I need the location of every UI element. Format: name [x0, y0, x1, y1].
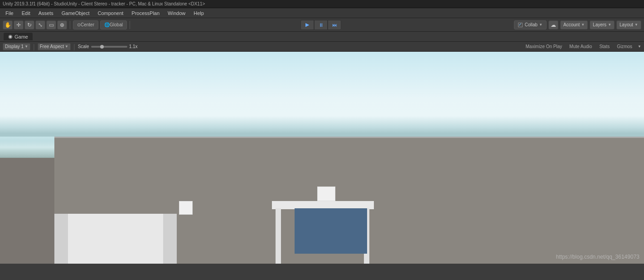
layout-label: Layout	[620, 22, 633, 27]
separator-1	[70, 21, 70, 29]
layers-button[interactable]: Layers ▼	[590, 20, 615, 29]
global-icon: 🌐	[104, 22, 110, 27]
scale-value: 1.1x	[129, 44, 138, 49]
multi-tool-btn[interactable]: ⊕	[57, 20, 67, 29]
collab-label: Collab	[525, 22, 537, 27]
mute-audio-btn[interactable]: Mute Audio	[567, 44, 594, 49]
building-1	[54, 214, 172, 264]
menu-edit[interactable]: Edit	[18, 10, 34, 17]
account-button[interactable]: Account ▼	[560, 20, 588, 29]
game-tab[interactable]: ◉ Game	[4, 33, 33, 40]
global-label: Global	[110, 22, 123, 27]
separator-aspect: |	[73, 43, 75, 50]
game-panel-header: ◉ Game	[0, 32, 644, 42]
center-label: Center	[81, 22, 94, 27]
separator-2	[130, 21, 130, 29]
pause-button[interactable]: ⏸	[314, 20, 328, 30]
pause-icon: ⏸	[319, 22, 324, 28]
scale-slider[interactable]	[91, 46, 127, 48]
display-label: Display 1	[5, 44, 24, 49]
scale-area: Scale 1.1x	[78, 44, 138, 49]
gizmos-btn[interactable]: Gizmos	[615, 44, 634, 49]
aspect-label: Free Aspect	[40, 44, 64, 49]
move-tool-btn[interactable]: ✛	[14, 20, 24, 29]
gizmos-chevron-icon: ▼	[638, 44, 641, 49]
center-icon: ⊙	[77, 22, 81, 27]
rect-tool-btn[interactable]: ▭	[46, 20, 56, 29]
cloud-button[interactable]: ☁	[548, 20, 558, 29]
box-on-table	[317, 187, 335, 201]
toolbar: ✋ ✛ ↻ ⤡ ▭ ⊕ ⊙ Center 🌐 Global ▶ ⏸ ⏭ Coll…	[0, 18, 644, 32]
step-button[interactable]: ⏭	[328, 20, 341, 30]
aspect-chevron-icon: ▼	[65, 44, 68, 49]
display-select[interactable]: Display 1 ▼	[3, 43, 30, 50]
play-controls: ▶ ⏸ ⏭	[300, 20, 341, 30]
title-text: Unity 2019.3.1f1 (64bit) - StudioUnity -…	[3, 1, 205, 6]
building-1-base-left	[54, 214, 68, 264]
table-leg-left	[276, 208, 281, 264]
menu-assets[interactable]: Assets	[35, 10, 57, 17]
game-tab-label: Game	[15, 34, 28, 39]
layers-label: Layers	[593, 22, 606, 27]
stats-btn[interactable]: Stats	[597, 44, 611, 49]
menu-component[interactable]: Component	[94, 10, 127, 17]
blue-panel	[295, 208, 367, 254]
menu-processplan[interactable]: ProcessPlan	[128, 10, 163, 17]
small-box-1	[179, 201, 193, 215]
menu-window[interactable]: Window	[164, 10, 189, 17]
step-icon: ⏭	[332, 22, 337, 28]
account-chevron-icon: ▼	[581, 23, 585, 27]
display-chevron-icon: ▼	[24, 44, 28, 49]
collab-chevron-icon: ▼	[539, 23, 542, 27]
aspect-select[interactable]: Free Aspect ▼	[38, 43, 71, 50]
game-tab-icon: ◉	[8, 34, 13, 39]
toolbar-right: Collab ▼ ☁ Account ▼ Layers ▼ Layout ▼	[514, 20, 641, 29]
layout-button[interactable]: Layout ▼	[616, 20, 641, 29]
play-button[interactable]: ▶	[300, 20, 314, 30]
game-toolbar: Display 1 ▼ | Free Aspect ▼ | Scale 1.1x…	[0, 42, 644, 52]
layout-chevron-icon: ▼	[634, 23, 638, 27]
collab-checkbox	[518, 23, 523, 27]
global-toggle[interactable]: 🌐 Global	[100, 20, 127, 29]
collab-button[interactable]: Collab ▼	[514, 20, 547, 29]
menu-bar: File Edit Assets GameObject Component Pr…	[0, 8, 644, 18]
title-bar: Unity 2019.3.1f1 (64bit) - StudioUnity -…	[0, 0, 644, 8]
game-toolbar-right: Maximize On Play Mute Audio Stats Gizmos…	[524, 44, 641, 49]
play-icon: ▶	[305, 22, 309, 28]
building-1-base-right	[163, 214, 177, 264]
account-label: Account	[563, 22, 580, 27]
menu-help[interactable]: Help	[190, 10, 208, 17]
layers-chevron-icon: ▼	[608, 23, 611, 27]
hand-tool-btn[interactable]: ✋	[3, 20, 13, 29]
scale-tool-btn[interactable]: ⤡	[35, 20, 45, 29]
center-toggle[interactable]: ⊙ Center	[73, 20, 98, 29]
menu-gameobject[interactable]: GameObject	[58, 10, 93, 17]
separator-display: |	[33, 43, 35, 50]
scale-slider-thumb	[100, 45, 104, 49]
rotate-tool-btn[interactable]: ↻	[24, 20, 34, 29]
scale-label: Scale	[78, 44, 89, 49]
maximize-on-play-btn[interactable]: Maximize On Play	[524, 44, 564, 49]
game-viewport: https://blog.csdn.net/qq_36149073	[0, 52, 644, 264]
menu-file[interactable]: File	[2, 10, 17, 17]
transform-tools: ✋ ✛ ↻ ⤡ ▭ ⊕	[3, 20, 67, 29]
